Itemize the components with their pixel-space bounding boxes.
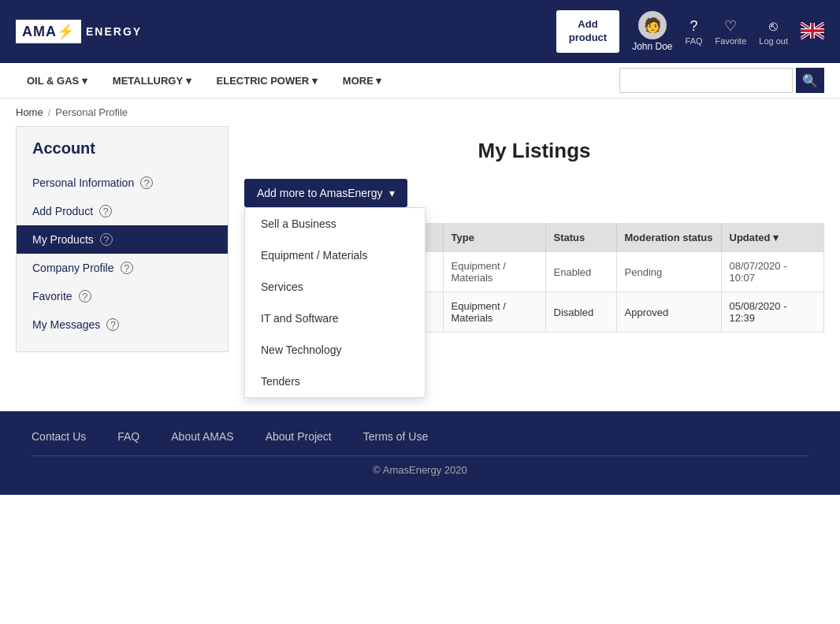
footer-divider xyxy=(32,455,808,456)
language-flag[interactable] xyxy=(801,22,824,42)
row-updated-1: 08/07/2020 -10:07 xyxy=(721,252,823,292)
breadcrumb-home[interactable]: Home xyxy=(16,106,43,118)
sidebar-label-personal-info: Personal Information xyxy=(32,176,134,189)
main-content: My Listings Add more to AmasEnergy ▾ Sel… xyxy=(229,126,824,372)
th-updated: Updated ▾ xyxy=(721,224,823,252)
sidebar-label-my-products: My Products xyxy=(32,233,94,246)
sidebar-label-my-messages: My Messages xyxy=(32,318,100,331)
search-area: 🔍 xyxy=(619,68,824,93)
sidebar-title: Account xyxy=(17,139,228,169)
add-product-button[interactable]: Add product xyxy=(556,10,619,53)
sidebar-label-add-product: Add Product xyxy=(32,205,93,217)
faq-label: FAQ xyxy=(686,36,703,46)
sidebar-label-company-profile: Company Profile xyxy=(32,262,114,274)
breadcrumb-separator: / xyxy=(48,106,51,118)
row-status-1: Enabled xyxy=(545,252,616,292)
logo-ama: AMA xyxy=(22,24,57,40)
dropdown-item-tenders[interactable]: Tenders xyxy=(245,366,425,397)
add-more-label: Add more to AmasEnergy xyxy=(257,187,383,199)
breadcrumb-current: Personal Profile xyxy=(55,106,128,118)
logout-icon: ⎋ xyxy=(769,18,778,35)
logo-bolt: ⚡ xyxy=(57,23,75,40)
footer-about-project[interactable]: About Project xyxy=(266,430,332,443)
favorite-icon-group[interactable]: ♡ Favorite xyxy=(715,17,747,46)
sidebar-item-my-products[interactable]: My Products ? xyxy=(17,225,228,254)
row-type-2: Equipment /Materials xyxy=(443,292,545,332)
avatar: 🧑 xyxy=(638,11,667,39)
logo-energy: ENERGY xyxy=(86,25,142,38)
search-input[interactable] xyxy=(619,68,793,93)
user-menu[interactable]: 🧑 John Doe xyxy=(632,11,672,52)
sidebar-label-favorite: Favorite xyxy=(32,290,72,303)
row-updated-2: 05/08/2020 -12:39 xyxy=(721,292,823,332)
logout-icon-group[interactable]: ⎋ Log out xyxy=(759,18,788,46)
footer: Contact Us FAQ About AMAS About Project … xyxy=(0,411,840,495)
header-right: Add product 🧑 John Doe ? FAQ ♡ Favorite … xyxy=(556,10,824,53)
search-button[interactable]: 🔍 xyxy=(796,68,824,93)
footer-links: Contact Us FAQ About AMAS About Project … xyxy=(32,430,808,443)
row-status-2: Disabled xyxy=(545,292,616,332)
help-icon-favorite: ? xyxy=(79,290,91,303)
nav-more[interactable]: MORE ▾ xyxy=(332,67,393,95)
dropdown-item-equipment[interactable]: Equipment / Materials xyxy=(245,240,425,271)
dropdown-chevron-icon: ▾ xyxy=(389,187,395,199)
row-type-1: Equipment /Materials xyxy=(443,252,545,292)
dropdown-item-it-software[interactable]: IT and Software xyxy=(245,303,425,334)
logo-icon: AMA⚡ xyxy=(16,20,81,43)
help-icon-personal-info: ? xyxy=(140,176,153,189)
th-status: Status xyxy=(545,224,616,252)
logo-text-block: ENERGY xyxy=(86,25,142,38)
row-mod-status-1: Pending xyxy=(616,252,721,292)
sidebar-item-favorite[interactable]: Favorite ? xyxy=(17,282,228,310)
dropdown-menu: Sell a Business Equipment / Materials Se… xyxy=(244,207,426,398)
footer-faq[interactable]: FAQ xyxy=(117,430,139,443)
footer-copyright: © AmasEnergy 2020 xyxy=(32,464,808,476)
th-moderation-status: Moderation status xyxy=(616,224,721,252)
question-icon: ? xyxy=(690,18,698,35)
navbar: OIL & GAS ▾ METALLURGY ▾ ELECTRIC POWER … xyxy=(0,63,840,98)
help-icon-company-profile: ? xyxy=(121,262,133,274)
sidebar-item-personal-info[interactable]: Personal Information ? xyxy=(17,169,228,197)
add-more-dropdown: Add more to AmasEnergy ▾ Sell a Business… xyxy=(244,179,407,207)
footer-contact-us[interactable]: Contact Us xyxy=(32,430,86,443)
breadcrumb: Home / Personal Profile xyxy=(0,98,840,126)
dropdown-item-new-technology[interactable]: New Technology xyxy=(245,334,425,366)
main-layout: Account Personal Information ? Add Produ… xyxy=(0,126,840,388)
footer-about-amas[interactable]: About AMAS xyxy=(171,430,233,443)
flag-uk-icon xyxy=(801,22,824,39)
sidebar-item-company-profile[interactable]: Company Profile ? xyxy=(17,254,228,282)
faq-icon-group[interactable]: ? FAQ xyxy=(686,18,703,46)
row-mod-status-2: Approved xyxy=(616,292,721,332)
logout-label: Log out xyxy=(759,36,788,46)
sidebar-item-my-messages[interactable]: My Messages ? xyxy=(17,310,228,339)
nav-metallurgy[interactable]: METALLURGY ▾ xyxy=(102,67,203,95)
sidebar-item-add-product[interactable]: Add Product ? xyxy=(17,197,228,225)
sidebar: Account Personal Information ? Add Produ… xyxy=(16,126,229,352)
help-icon-add-product: ? xyxy=(99,205,112,217)
logo: AMA⚡ ENERGY xyxy=(16,20,142,43)
nav-oil-gas[interactable]: OIL & GAS ▾ xyxy=(16,67,98,95)
help-icon-my-products: ? xyxy=(100,233,113,246)
search-icon: 🔍 xyxy=(802,73,818,88)
header: AMA⚡ ENERGY Add product 🧑 John Doe ? FAQ… xyxy=(0,0,840,63)
nav-electric-power[interactable]: ELECTRIC POWER ▾ xyxy=(206,67,329,95)
nav-items: OIL & GAS ▾ METALLURGY ▾ ELECTRIC POWER … xyxy=(16,67,619,95)
page-title: My Listings xyxy=(244,139,824,163)
dropdown-item-services[interactable]: Services xyxy=(245,271,425,303)
help-icon-my-messages: ? xyxy=(106,318,119,331)
dropdown-item-sell-business[interactable]: Sell a Business xyxy=(245,208,425,240)
heart-icon: ♡ xyxy=(724,17,737,35)
user-name: John Doe xyxy=(632,41,672,52)
add-more-button[interactable]: Add more to AmasEnergy ▾ xyxy=(244,179,407,207)
favorite-label: Favorite xyxy=(715,36,747,46)
footer-terms[interactable]: Terms of Use xyxy=(363,430,428,443)
th-type: Type xyxy=(443,224,545,252)
